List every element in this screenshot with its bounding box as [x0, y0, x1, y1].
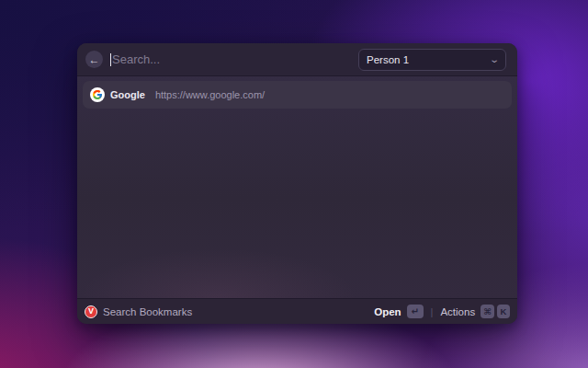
google-favicon-icon — [90, 87, 105, 102]
actions-label: Actions — [440, 306, 475, 317]
text-caret — [110, 53, 111, 66]
search-input[interactable] — [112, 52, 351, 66]
enter-key-icon: ↵ — [407, 305, 424, 318]
chevron-down-icon: ⌄ — [489, 55, 500, 64]
dialog-footer: V Search Bookmarks Open ↵ | Actions ⌘ K — [77, 298, 517, 324]
search-field-wrap — [110, 52, 351, 66]
quick-commands-dialog: ← Person 1 ⌄ Google https://www.google.c… — [77, 43, 517, 324]
vivaldi-logo-icon: V — [85, 305, 97, 318]
result-url: https://www.google.com/ — [155, 89, 265, 100]
k-key-icon: K — [497, 305, 510, 318]
footer-separator: | — [429, 306, 435, 317]
command-key-icon: ⌘ — [481, 305, 494, 318]
results-list: Google https://www.google.com/ — [77, 76, 517, 298]
profile-dropdown-label: Person 1 — [367, 54, 485, 65]
back-arrow-icon: ← — [89, 54, 100, 65]
actions-shortcut-keys: ⌘ K — [481, 305, 510, 318]
result-row-google[interactable]: Google https://www.google.com/ — [83, 81, 512, 109]
profile-dropdown[interactable]: Person 1 ⌄ — [358, 49, 506, 71]
back-button[interactable]: ← — [85, 51, 103, 68]
dialog-header: ← Person 1 ⌄ — [77, 43, 517, 75]
footer-mode-label: Search Bookmarks — [103, 306, 192, 317]
open-label: Open — [374, 306, 401, 317]
vivaldi-letter: V — [88, 307, 94, 316]
result-title: Google — [110, 89, 145, 100]
